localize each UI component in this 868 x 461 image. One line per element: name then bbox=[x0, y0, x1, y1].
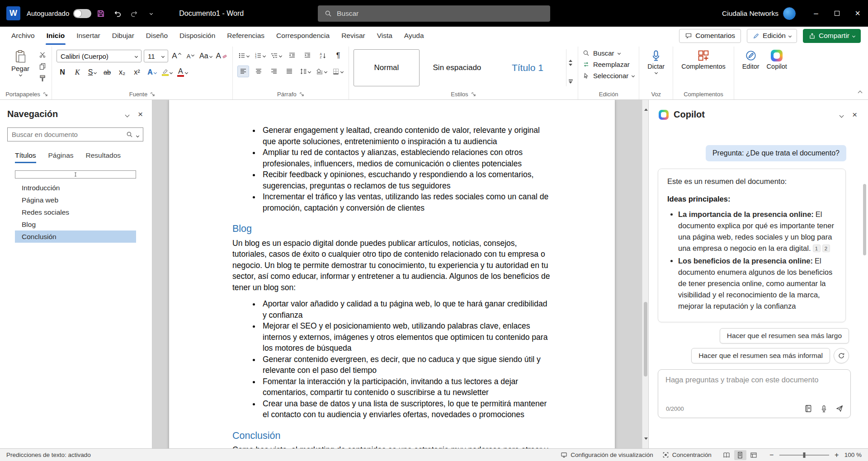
tab-dibujar[interactable]: Dibujar bbox=[106, 27, 140, 45]
nav-tab-paginas[interactable]: Páginas bbox=[48, 151, 74, 163]
citation-1[interactable]: 1 bbox=[813, 245, 821, 252]
tab-disposicion[interactable]: Disposición bbox=[174, 27, 221, 45]
select-button[interactable]: Seleccionar bbox=[583, 72, 634, 80]
zoom-in-button[interactable]: + bbox=[834, 451, 840, 459]
superscript-button[interactable]: x² bbox=[131, 66, 143, 78]
show-paragraph-marks-button[interactable]: ¶ bbox=[332, 50, 344, 61]
undo-button[interactable] bbox=[110, 6, 125, 21]
minimize-button[interactable]: – bbox=[806, 0, 826, 27]
tab-correspondencia[interactable]: Correspondencia bbox=[270, 27, 335, 45]
numbered-list-button[interactable]: 123 bbox=[254, 50, 266, 61]
clipboard-dialog-launcher[interactable] bbox=[43, 92, 48, 97]
text-predictions-status[interactable]: Predicciones de texto: activado bbox=[6, 452, 91, 458]
styles-scroll-down[interactable] bbox=[569, 66, 572, 74]
navigation-close-button[interactable]: × bbox=[138, 110, 143, 118]
print-layout-button[interactable] bbox=[734, 450, 746, 460]
bullet-list-button[interactable] bbox=[237, 50, 250, 61]
editor-button[interactable]: Editor bbox=[739, 47, 763, 89]
save-button[interactable] bbox=[94, 6, 108, 21]
style-sin-espaciado[interactable]: Sin espaciado bbox=[424, 49, 490, 86]
titlebar-search[interactable]: Buscar bbox=[318, 5, 550, 22]
line-spacing-button[interactable] bbox=[299, 66, 311, 77]
nav-empty-heading-box[interactable] bbox=[15, 170, 136, 179]
autosave-toggle[interactable] bbox=[73, 9, 91, 18]
share-button[interactable]: Compartir bbox=[803, 29, 861, 43]
navigation-search-input[interactable] bbox=[12, 131, 123, 138]
shrink-font-button[interactable]: A bbox=[184, 50, 196, 62]
read-mode-button[interactable] bbox=[721, 450, 733, 460]
maximize-button[interactable] bbox=[826, 0, 847, 27]
suggestion-informal[interactable]: Hacer que el resumen sea más informal bbox=[691, 348, 830, 363]
zoom-level-button[interactable]: 100 % bbox=[844, 452, 862, 458]
send-button[interactable] bbox=[835, 405, 844, 413]
close-button[interactable]: × bbox=[847, 0, 868, 27]
nav-item-conclusion[interactable]: Conclusión bbox=[15, 230, 136, 243]
citation-2[interactable]: 2 bbox=[822, 245, 830, 252]
bold-button[interactable]: N bbox=[57, 66, 68, 78]
grow-font-button[interactable]: A bbox=[170, 50, 182, 62]
focus-mode-button[interactable]: Concentración bbox=[662, 452, 712, 458]
navigation-options-button[interactable] bbox=[126, 110, 129, 118]
zoom-out-button[interactable]: − bbox=[769, 451, 774, 459]
shading-button[interactable] bbox=[315, 66, 328, 77]
tab-revisar[interactable]: Revisar bbox=[335, 27, 371, 45]
zoom-slider[interactable] bbox=[779, 455, 829, 456]
decrease-indent-button[interactable] bbox=[286, 50, 298, 61]
display-settings-button[interactable]: Configuración de visualización bbox=[561, 452, 653, 458]
format-painter-button[interactable] bbox=[39, 75, 46, 82]
copilot-scroll-thumb[interactable] bbox=[863, 184, 866, 255]
copy-button[interactable] bbox=[39, 63, 46, 70]
font-color-button[interactable]: A bbox=[176, 66, 189, 78]
styles-gallery-more[interactable] bbox=[569, 80, 573, 84]
align-left-button[interactable] bbox=[237, 66, 249, 77]
highlight-button[interactable] bbox=[161, 66, 173, 78]
subscript-button[interactable]: x₂ bbox=[116, 66, 128, 78]
italic-button[interactable]: K bbox=[71, 66, 83, 78]
document-page[interactable]: Generar engagement y lealtad, creando co… bbox=[169, 100, 615, 448]
multilevel-list-button[interactable] bbox=[270, 50, 283, 61]
comments-button[interactable]: Comentarios bbox=[679, 29, 741, 43]
borders-button[interactable] bbox=[331, 66, 344, 77]
tab-archivo[interactable]: Archivo bbox=[5, 27, 41, 45]
web-layout-button[interactable] bbox=[748, 450, 760, 460]
change-case-button[interactable]: Aa bbox=[198, 50, 213, 62]
suggestion-longer[interactable]: Hacer que el resumen sea más largo bbox=[720, 328, 849, 343]
nav-item-introduccion[interactable]: Introducción bbox=[15, 182, 136, 194]
zoom-slider-thumb[interactable] bbox=[803, 452, 805, 458]
cut-button[interactable] bbox=[39, 51, 46, 58]
document-scrollbar[interactable] bbox=[642, 100, 648, 448]
tab-diseno[interactable]: Diseño bbox=[140, 27, 174, 45]
voice-input-button[interactable] bbox=[820, 405, 828, 413]
align-right-button[interactable] bbox=[268, 66, 280, 77]
dictate-button[interactable]: Dictar bbox=[644, 47, 668, 89]
style-titulo-1[interactable]: Título 1 bbox=[495, 49, 561, 86]
underline-button[interactable]: S bbox=[86, 66, 98, 78]
paragraph-dialog-launcher[interactable] bbox=[299, 92, 304, 97]
editing-mode-button[interactable]: Edición bbox=[747, 29, 797, 43]
styles-dialog-launcher[interactable] bbox=[471, 92, 476, 97]
font-dialog-launcher[interactable] bbox=[150, 92, 155, 97]
tab-insertar[interactable]: Insertar bbox=[71, 27, 106, 45]
scroll-up-arrow[interactable] bbox=[644, 101, 648, 108]
paste-button[interactable]: Pegar bbox=[6, 47, 34, 89]
account-avatar[interactable] bbox=[783, 7, 796, 20]
find-button[interactable]: Buscar bbox=[583, 49, 634, 57]
nav-item-blog[interactable]: Blog bbox=[15, 218, 136, 230]
replace-button[interactable]: Reemplazar bbox=[583, 61, 634, 68]
addins-button[interactable]: Complementos bbox=[678, 47, 729, 89]
clear-formatting-button[interactable]: A bbox=[215, 50, 228, 62]
tab-ayuda[interactable]: Ayuda bbox=[398, 27, 430, 45]
word-logo[interactable]: W bbox=[6, 6, 20, 20]
document-scroll-thumb[interactable] bbox=[644, 302, 647, 376]
scroll-down-arrow[interactable] bbox=[644, 440, 648, 447]
copilot-collapse-button[interactable] bbox=[840, 111, 843, 118]
increase-indent-button[interactable] bbox=[302, 50, 313, 61]
font-name-combobox[interactable]: Calibri (Cuerpo) bbox=[57, 50, 142, 62]
strikethrough-button[interactable]: ab bbox=[101, 66, 113, 78]
nav-item-pagina-web[interactable]: Página web bbox=[15, 194, 136, 206]
tab-inicio[interactable]: Inicio bbox=[41, 27, 71, 45]
nav-item-redes-sociales[interactable]: Redes sociales bbox=[15, 206, 136, 218]
styles-scroll-up[interactable] bbox=[569, 52, 572, 60]
redo-button[interactable] bbox=[127, 6, 142, 21]
text-effects-button[interactable]: A bbox=[146, 66, 158, 78]
